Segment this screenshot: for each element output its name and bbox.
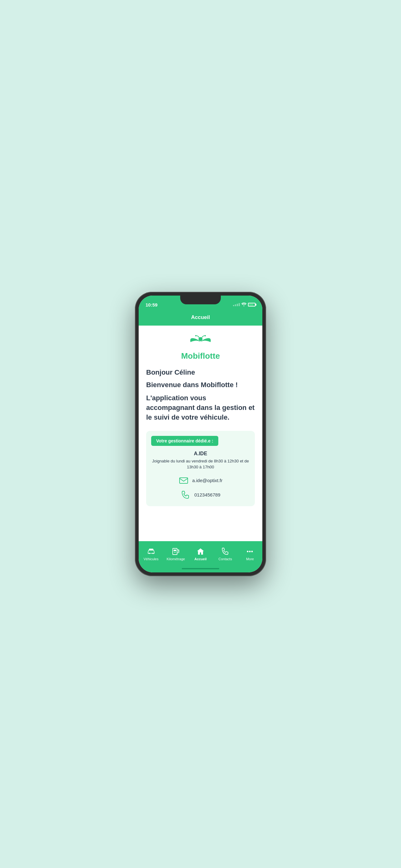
more-icon: [245, 547, 254, 556]
nav-item-vehicules[interactable]: Véhicules: [139, 547, 163, 561]
phone-text: 0123456789: [194, 492, 220, 497]
phone-icon: [180, 490, 191, 500]
nav-item-kilometrage[interactable]: Kilométrage: [163, 547, 188, 561]
nav-label-kilometrage: Kilométrage: [166, 557, 185, 561]
wifi-icon: [241, 303, 246, 307]
svg-point-10: [247, 551, 248, 552]
svg-point-5: [153, 553, 154, 554]
nav-label-vehicules: Véhicules: [144, 557, 159, 561]
svg-point-2: [205, 335, 206, 337]
svg-point-1: [195, 335, 196, 337]
status-icons: [233, 303, 256, 307]
welcome-text: Bienvenue dans Mobiflotte !: [146, 381, 255, 389]
home-bar: [182, 568, 219, 569]
logo-area: Mobiflotte: [146, 334, 255, 361]
phone-screen: 10:59 Accueil: [139, 296, 262, 572]
notch: [180, 296, 221, 304]
phone-frame: 10:59 Accueil: [135, 292, 266, 576]
nav-item-more[interactable]: More: [238, 547, 262, 561]
nav-label-contacts: Contacts: [219, 557, 232, 561]
svg-rect-7: [173, 548, 177, 555]
svg-rect-3: [179, 478, 188, 484]
nav-item-accueil[interactable]: Accueil: [188, 547, 213, 561]
status-time: 10:59: [145, 302, 157, 307]
nav-label-accueil: Accueil: [194, 557, 206, 561]
phone-nav-icon: [221, 547, 230, 556]
gas-pump-icon: [171, 547, 180, 556]
email-text: a.ide@optixt.fr: [192, 478, 223, 483]
home-indicator: [139, 566, 262, 572]
svg-point-4: [149, 553, 150, 554]
svg-point-11: [249, 551, 251, 552]
car-icon: [147, 547, 156, 556]
nav-item-contacts[interactable]: Contacts: [213, 547, 238, 561]
manager-name: A.IDE: [146, 451, 255, 457]
mobiflotte-logo-icon: [188, 334, 213, 350]
phone-row[interactable]: 0123456789: [180, 490, 220, 500]
app-header-title: Accueil: [191, 314, 210, 320]
main-content: Mobiflotte Bonjour Céline Bienvenue dans…: [139, 326, 262, 541]
signal-icon: [233, 303, 240, 306]
svg-rect-8: [174, 550, 176, 551]
description-text: L'application vous accompagnant dans la …: [146, 393, 255, 422]
manager-contacts: a.ide@optixt.fr 0123456789: [146, 475, 255, 500]
email-icon: [179, 475, 189, 486]
logo-text: Mobiflotte: [181, 351, 220, 361]
svg-point-12: [252, 551, 253, 552]
home-icon: [196, 547, 205, 556]
manager-section: Votre gestionnaire dédié.e : A.IDE Joign…: [146, 431, 255, 506]
manager-badge: Votre gestionnaire dédié.e :: [151, 436, 218, 446]
nav-label-more: More: [246, 557, 254, 561]
manager-hours: Joignable du lundi au vendredi de 8h30 à…: [146, 458, 255, 470]
battery-icon: [248, 303, 256, 307]
greeting-text: Bonjour Céline: [146, 368, 255, 376]
bottom-nav: Véhicules Kilométrage Accueil: [139, 541, 262, 566]
email-row[interactable]: a.ide@optixt.fr: [179, 475, 223, 486]
app-header: Accueil: [139, 311, 262, 326]
